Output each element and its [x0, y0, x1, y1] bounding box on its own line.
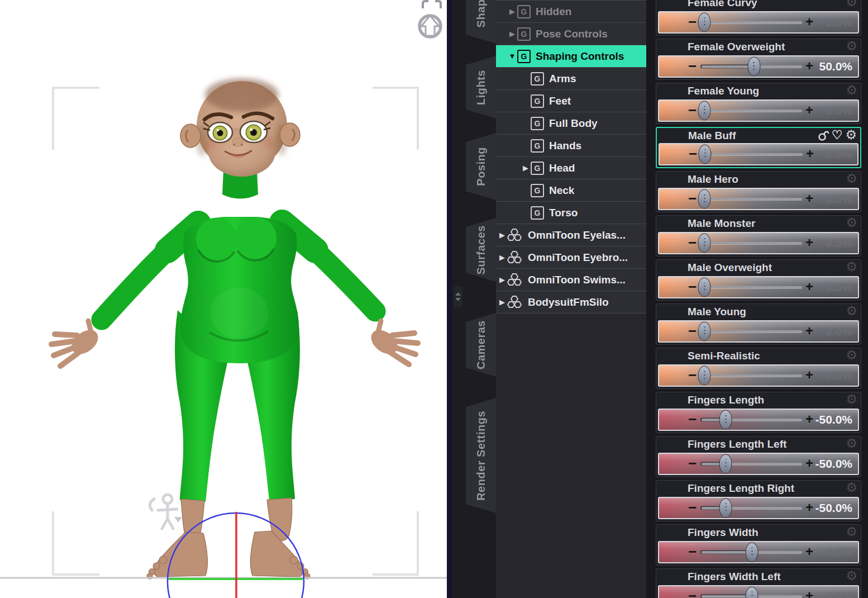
- lock-icon[interactable]: [818, 129, 829, 141]
- slider-handle[interactable]: [698, 234, 711, 253]
- parameter-slider[interactable]: − + 0.0%: [659, 143, 859, 165]
- gear-icon[interactable]: ⚙: [846, 437, 857, 450]
- slider-track[interactable]: [702, 21, 802, 23]
- expand-arrow-icon[interactable]: ▼: [507, 52, 517, 60]
- parameter-value[interactable]: 0.0%: [791, 545, 852, 559]
- tab-cameras[interactable]: Cameras: [466, 313, 496, 377]
- expand-arrow-icon[interactable]: ▶: [507, 30, 517, 38]
- slider-track[interactable]: [702, 374, 802, 377]
- slider-handle[interactable]: [698, 322, 711, 341]
- slider-handle[interactable]: [699, 145, 712, 164]
- tree-row[interactable]: G Neck: [496, 179, 646, 202]
- tree-row[interactable]: ▶ OmniToon Eyelas...: [496, 224, 646, 246]
- gear-icon[interactable]: ⚙: [846, 393, 857, 406]
- parameter-value[interactable]: 50.0%: [791, 60, 852, 73]
- tree-row[interactable]: ▶ G Head: [496, 157, 646, 179]
- parameter-slider[interactable]: − + 50.0%: [658, 55, 859, 78]
- slider-track[interactable]: [702, 463, 802, 465]
- slider-handle[interactable]: [747, 57, 760, 77]
- gear-icon[interactable]: ⚙: [846, 305, 857, 317]
- decrement-button[interactable]: −: [688, 103, 697, 117]
- parameter-value[interactable]: -50.0%: [791, 501, 852, 515]
- tree-row[interactable]: ▶ OmniToon Eyebro...: [496, 246, 646, 269]
- parameter-value[interactable]: -50.0%: [791, 413, 852, 426]
- parameter-value[interactable]: 0.0%: [791, 236, 852, 250]
- tab-render-settings[interactable]: Render Settings: [466, 398, 496, 513]
- parameter-slider[interactable]: − + 0.0%: [658, 276, 859, 298]
- decrement-button[interactable]: −: [688, 324, 697, 338]
- expand-arrow-icon[interactable]: ▶: [521, 164, 531, 172]
- slider-handle[interactable]: [746, 587, 759, 598]
- tree-row[interactable]: ▶ BodysuitFmSilo: [496, 291, 646, 314]
- slider-handle[interactable]: [698, 189, 711, 209]
- expand-arrow-icon[interactable]: ▶: [497, 298, 507, 306]
- tree-row[interactable]: ▼ G Shaping Controls: [496, 45, 646, 68]
- gear-icon[interactable]: ⚙: [846, 260, 857, 273]
- gear-icon[interactable]: ⚙: [846, 0, 857, 8]
- gear-icon[interactable]: ⚙: [845, 129, 857, 141]
- tab-lights[interactable]: Lights: [466, 56, 496, 118]
- slider-handle[interactable]: [698, 366, 711, 386]
- expand-arrow-icon[interactable]: ▶: [497, 276, 507, 284]
- gear-icon[interactable]: ⚙: [846, 481, 857, 494]
- slider-handle[interactable]: [719, 499, 732, 518]
- parameter-value[interactable]: 0.0%: [791, 325, 852, 338]
- parameter-value[interactable]: 0.0%: [791, 16, 852, 29]
- gear-icon[interactable]: ⚙: [846, 349, 857, 362]
- slider-handle[interactable]: [698, 101, 711, 121]
- parameter-slider[interactable]: − + -50.0%: [658, 453, 859, 475]
- tree-row[interactable]: ▶ G Hidden: [496, 1, 646, 23]
- parameter-value[interactable]: 0.0%: [791, 281, 852, 294]
- decrement-button[interactable]: −: [688, 588, 697, 598]
- tree-row[interactable]: ▶ OmniToon Swims...: [496, 269, 646, 291]
- parameter-slider[interactable]: − + 0.0%: [658, 541, 859, 563]
- tree-row[interactable]: G Full Body: [496, 112, 646, 135]
- slider-track[interactable]: [702, 153, 803, 155]
- parameter-value[interactable]: 0.0%: [791, 590, 852, 598]
- heart-favorite-icon[interactable]: ♡: [832, 129, 843, 141]
- parameter-slider[interactable]: − + -50.0%: [658, 497, 859, 519]
- slider-track[interactable]: [702, 110, 802, 112]
- parameter-slider[interactable]: − + 0.0%: [658, 188, 859, 210]
- decrement-button[interactable]: −: [688, 235, 697, 250]
- slider-handle[interactable]: [719, 410, 732, 430]
- parameter-value[interactable]: 0.0%: [790, 148, 852, 161]
- slider-track[interactable]: [702, 242, 802, 244]
- slider-track[interactable]: [702, 286, 802, 288]
- slider-handle[interactable]: [719, 454, 732, 474]
- decrement-button[interactable]: −: [688, 15, 697, 29]
- expand-arrow-icon[interactable]: ▶: [497, 231, 507, 239]
- slider-track[interactable]: [702, 330, 802, 333]
- tree-row[interactable]: G Feet: [496, 90, 646, 112]
- decrement-button[interactable]: −: [688, 500, 697, 515]
- parameter-slider[interactable]: − + 0.0%: [658, 11, 859, 34]
- gear-icon[interactable]: ⚙: [846, 40, 857, 53]
- parameter-value[interactable]: 0.0%: [791, 192, 852, 206]
- decrement-button[interactable]: −: [688, 59, 697, 73]
- parameter-value[interactable]: 0.0%: [791, 369, 852, 382]
- tree-row[interactable]: G Arms: [496, 68, 646, 90]
- expand-arrow-icon[interactable]: ▶: [507, 7, 517, 16]
- parameter-value[interactable]: 0.0%: [791, 104, 852, 117]
- expand-arrow-icon[interactable]: ▶: [497, 253, 507, 262]
- parameter-slider[interactable]: − + 0.0%: [658, 320, 859, 343]
- decrement-button[interactable]: −: [688, 191, 697, 206]
- gear-icon[interactable]: ⚙: [846, 525, 857, 538]
- decrement-button[interactable]: −: [688, 368, 697, 382]
- decrement-button[interactable]: −: [688, 279, 697, 294]
- panel-splitter-handle[interactable]: [454, 286, 462, 307]
- tab-shaping[interactable]: Shaping: [466, 0, 496, 44]
- parameter-slider[interactable]: − + 0.0%: [658, 585, 859, 598]
- parameter-value[interactable]: -50.0%: [791, 457, 852, 471]
- parameter-slider[interactable]: − + 0.0%: [658, 364, 859, 387]
- decrement-button[interactable]: −: [689, 146, 697, 161]
- slider-handle[interactable]: [698, 13, 711, 32]
- parameter-slider[interactable]: − + -50.0%: [658, 409, 859, 431]
- slider-handle[interactable]: [698, 278, 711, 297]
- tab-surfaces[interactable]: Surfaces: [466, 218, 496, 282]
- gear-icon[interactable]: ⚙: [846, 216, 857, 229]
- parameter-slider[interactable]: − + 0.0%: [658, 232, 859, 254]
- decrement-button[interactable]: −: [688, 456, 697, 471]
- gear-icon[interactable]: ⚙: [846, 569, 857, 582]
- slider-track[interactable]: [702, 419, 802, 421]
